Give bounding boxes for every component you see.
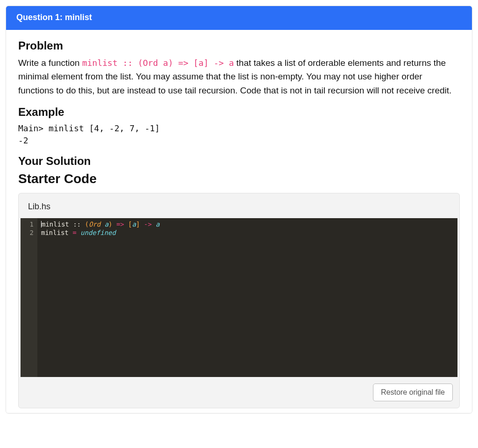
code-token: ( [85,220,89,228]
editor-panel: Lib.hs 12 minlist :: (Ord a) => [a] -> a… [18,193,460,408]
problem-text: Write a function minlist :: (Ord a) => [… [18,56,460,97]
problem-heading: Problem [18,39,460,52]
code-token: ) [108,220,112,228]
question-card: Question 1: minlist Problem Write a func… [6,6,472,413]
editor-gutter: 12 [21,218,37,377]
code-editor[interactable]: 12 minlist :: (Ord a) => [a] -> aminlist… [21,218,457,377]
line-number: 2 [26,228,34,237]
question-header: Question 1: minlist [6,6,472,30]
code-token: minlist [41,229,69,236]
editor-code-area[interactable]: minlist :: (Ord a) => [a] -> aminlist = … [37,218,457,377]
code-line[interactable]: minlist :: (Ord a) => [a] -> a [41,220,454,228]
code-token: minlist [42,220,69,228]
code-token: = [69,229,80,236]
code-token: Ord [89,220,100,228]
code-token: [ [128,220,132,228]
code-token: => [112,220,128,228]
question-title: Question 1: minlist [16,13,92,22]
restore-original-button[interactable]: Restore original file [373,384,453,401]
code-token: undefined [80,229,116,236]
code-token: :: [69,220,85,228]
line-number: 1 [26,220,34,228]
code-token: -> [140,220,156,228]
question-body: Problem Write a function minlist :: (Ord… [6,30,472,413]
editor-footer: Restore original file [19,377,459,401]
problem-inline-code: minlist :: (Ord a) => [a] -> a [82,58,234,68]
solution-heading: Your Solution [18,155,460,168]
code-token: ] [136,220,140,228]
example-block: Main> minlist [4, -2, 7, -1] -2 [18,122,460,146]
starter-code-heading: Starter Code [18,171,460,186]
code-line[interactable]: minlist = undefined [41,228,454,237]
problem-text-before: Write a function [18,58,82,68]
code-token: a [156,220,160,228]
code-token: a [100,220,108,228]
editor-filename: Lib.hs [19,193,459,218]
example-heading: Example [18,106,460,119]
